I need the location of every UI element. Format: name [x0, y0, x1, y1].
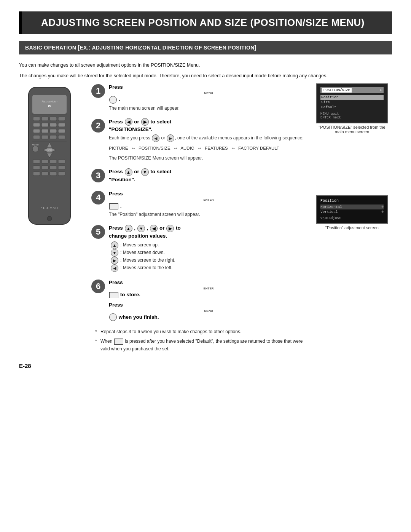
step-6-finish-text: when you finish.: [119, 314, 159, 320]
step-3-to-select: to select: [150, 169, 171, 174]
step-5-bullets: ▲ : Moves screen up. ▼ : Moves screen do…: [110, 241, 308, 272]
note-1: Repeat steps 3 to 6 when you wish to mak…: [95, 328, 308, 335]
step-3-position: "Position".: [109, 177, 135, 182]
bullet-2: ▼ : Moves screen down.: [110, 249, 308, 257]
svg-rect-18: [50, 135, 57, 139]
step-4-sub: The "Position" adjustment screen will ap…: [109, 211, 308, 218]
step-5-content: Press ▲ , ▼ , ◀ or ▶ to change position …: [109, 224, 308, 273]
step-4-number: 4: [91, 191, 105, 204]
step-3-or: or: [134, 169, 140, 174]
bullet-1: ▲ : Moves screen up.: [110, 241, 308, 249]
step-5-number: 5: [91, 225, 105, 239]
svg-rect-34: [50, 166, 57, 169]
seq-picture: PICTURE: [109, 146, 128, 150]
pos-screen-footer: ▽△◁▷adjust: [320, 216, 384, 220]
menu-button-icon: [109, 96, 117, 104]
pos-horizontal-row: Horizontal 0: [320, 204, 384, 209]
screen1-footer: MENU quit ENTER next: [320, 112, 384, 120]
svg-rect-29: [41, 160, 48, 163]
menu-button-step6: [109, 313, 117, 321]
svg-text:MENU: MENU: [32, 144, 39, 146]
page-number: E-28: [19, 363, 392, 369]
step-2-main: Press ◀ or ▶ to select "POSITION/SIZE".: [109, 118, 308, 134]
seq-position-size: POSITION/SIZE: [139, 146, 170, 150]
note-1-text: Repeat steps 3 to 6 when you wish to mak…: [100, 329, 241, 334]
step-2-sequence: PICTURE ↔ POSITION/SIZE ↔ AUDIO ↔ FEATUR…: [109, 144, 308, 152]
bullet-4-text: : Moves screen to the left.: [120, 264, 172, 272]
svg-point-41: [47, 216, 52, 221]
enter-label-step6: ENTER: [109, 286, 308, 291]
step-2-to-select: to select: [150, 119, 171, 125]
left-arrow-icon: ◀: [125, 118, 132, 126]
bullet3-right-icon: ▶: [111, 257, 118, 264]
screen2-caption: "Position" adjustment screen: [316, 225, 388, 230]
main-title: ADJUSTING SCREEN POSITION AND SIZE (POSI…: [19, 11, 392, 34]
seq-arrow-1: ↔: [131, 144, 136, 152]
svg-rect-28: [33, 160, 40, 163]
page: ADJUSTING SCREEN POSITION AND SIZE (POSI…: [0, 0, 411, 384]
bullet2-down-icon: ▼: [111, 249, 118, 257]
up-arrow-icon: ▲: [125, 168, 132, 176]
svg-text:Plasmavision: Plasmavision: [41, 100, 57, 103]
step-5-press: Press: [109, 225, 123, 231]
enter-label-step4: ENTER: [109, 198, 308, 202]
steps-col: 1 Press MENU . The main menu screen will…: [88, 83, 308, 355]
step5-comma1: ,: [134, 225, 137, 231]
pos-vertical-row: Vertical 0: [320, 209, 384, 214]
step-3-number: 3: [91, 169, 105, 182]
svg-point-21: [32, 146, 38, 152]
step-5-change: change position values.: [109, 233, 167, 239]
step-6-to-store: to store.: [120, 292, 140, 297]
bullet-4: ◀ : Moves screen to the left.: [110, 264, 308, 272]
seq-factory: FACTORY DEFAULT: [238, 146, 279, 150]
svg-rect-38: [50, 172, 57, 176]
step-2-press-label: Press: [109, 119, 123, 125]
screen2-container: Position Horizontal 0 Vertical 0 ▽△◁▷adj…: [316, 195, 392, 230]
pos-horizontal-label: Horizontal: [320, 205, 342, 209]
svg-rect-11: [58, 123, 65, 127]
notes-section: Repeat steps 3 to 6 when you wish to mak…: [91, 328, 308, 353]
seq-features: FEATURES: [205, 146, 228, 150]
step-1-period: .: [119, 96, 120, 102]
bullet-1-text: : Moves screen up.: [120, 241, 159, 249]
step-6-main: Press ENTER to store.: [109, 279, 308, 299]
seq-arrow-3: ↔: [197, 144, 202, 152]
intro-para-2: The changes you make will be stored for …: [19, 72, 392, 80]
step-3-main: Press ▲ or ▼ to select "Position".: [109, 168, 308, 184]
svg-rect-31: [58, 160, 65, 163]
svg-rect-5: [41, 117, 48, 121]
step-1-number: 1: [91, 84, 105, 98]
step5-left-arrow: ◀: [150, 225, 158, 232]
step-1-main: Press MENU .: [109, 83, 308, 104]
svg-rect-39: [58, 172, 65, 176]
step-4-press: Press: [109, 191, 123, 197]
screen1-tab-active: POSITION/SIZE: [322, 88, 352, 93]
position-screen: Position Horizontal 0 Vertical 0 ▽△◁▷adj…: [316, 195, 388, 224]
step5-right-arrow: ▶: [166, 225, 174, 232]
seq-audio: AUDIO: [180, 146, 194, 150]
screen1-container: POSITION/SIZE ▶ Position Size Default ME…: [316, 83, 392, 134]
step-1-sub: The main menu screen will appear.: [109, 105, 308, 112]
remote-col: Plasmavision W: [19, 83, 80, 355]
menu-label: MENU: [109, 91, 308, 96]
down-arrow-icon: ▼: [141, 168, 149, 176]
step-2-sub2: The POSITION/SIZE Menu screen will appea…: [109, 155, 308, 161]
bullet-3-text: : Moves screen to the right.: [120, 257, 175, 264]
svg-rect-14: [50, 129, 57, 133]
menu-label-step6: MENU: [109, 309, 308, 313]
step5-up-arrow: ▲: [125, 225, 132, 232]
screens-col: POSITION/SIZE ▶ Position Size Default ME…: [316, 83, 392, 355]
screen1-tab-right: ▶: [380, 88, 382, 93]
svg-rect-19: [58, 135, 65, 139]
step-3-press: Press: [109, 169, 123, 174]
step-2-row: 2 Press ◀ or ▶ to select "POSITION/SIZE"…: [91, 118, 308, 163]
intro-para-1: You can make changes to all screen adjus…: [19, 61, 392, 69]
svg-rect-15: [58, 129, 65, 133]
svg-rect-4: [33, 117, 40, 121]
step-6-press1: Press: [109, 280, 123, 285]
screen1-item-size: Size: [320, 100, 384, 105]
svg-text:FUJITSU: FUJITSU: [41, 206, 59, 210]
svg-rect-7: [58, 117, 65, 121]
svg-rect-8: [33, 123, 40, 127]
right-arrow-icon: ▶: [141, 118, 149, 126]
